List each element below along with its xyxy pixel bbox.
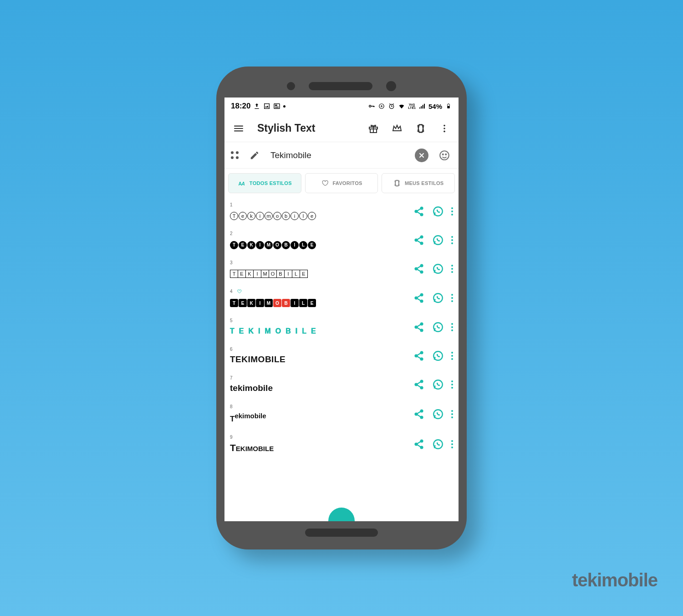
clock: 18:20 <box>231 102 250 111</box>
style-actions <box>413 408 453 420</box>
whatsapp-icon[interactable] <box>432 234 444 246</box>
tab-all-label: TODOS ESTILOS <box>250 180 292 186</box>
style-list: 1Tekimobile2TEKIMOBILE3TEKIMOBILE4TEKIMO… <box>224 196 459 460</box>
emoji-icon[interactable] <box>437 148 452 163</box>
svg-point-17 <box>440 151 449 160</box>
style-content: 3TEKIMOBILE <box>230 260 413 278</box>
more-icon[interactable] <box>451 294 453 302</box>
cards-icon[interactable] <box>413 121 428 136</box>
style-item[interactable]: 6TEKIMOBILE <box>230 342 453 371</box>
style-index: 7 <box>230 375 413 380</box>
svg-point-15 <box>443 128 445 129</box>
hamburger-menu-icon[interactable] <box>231 121 246 136</box>
share-icon[interactable] <box>413 438 425 450</box>
drag-handle-icon[interactable] <box>231 151 239 159</box>
style-text: Tekimobile <box>230 412 413 424</box>
style-item[interactable]: 9Tekimobile <box>230 430 453 460</box>
share-icon[interactable] <box>413 205 425 217</box>
style-item[interactable]: 5TEKIMOBILE <box>230 313 453 342</box>
svg-rect-1 <box>275 105 277 106</box>
share-icon[interactable] <box>413 408 425 420</box>
style-item[interactable]: 7tekimobile <box>230 371 453 400</box>
more-icon[interactable] <box>451 207 453 216</box>
gift-icon[interactable] <box>366 121 381 136</box>
more-icon[interactable] <box>451 410 453 418</box>
battery-text: 54% <box>428 103 442 110</box>
whatsapp-icon[interactable] <box>432 408 444 420</box>
style-item[interactable]: 8Tekimobile <box>230 400 453 430</box>
svg-rect-23 <box>395 180 399 186</box>
share-icon[interactable] <box>413 263 425 275</box>
style-item[interactable]: 1Tekimobile <box>230 198 453 226</box>
svg-point-19 <box>445 154 446 154</box>
text-input-wrap[interactable] <box>270 150 407 160</box>
svg-point-18 <box>443 154 443 154</box>
style-content: 4TEKIMOBILE <box>230 289 413 308</box>
tabs: AA TODOS ESTILOS FAVORITOS MEUS ESTILOS <box>224 169 459 196</box>
style-text: TEKIMOBILE <box>230 268 413 278</box>
style-item[interactable]: 2TEKIMOBILE <box>230 226 453 256</box>
vpn-key-icon <box>368 103 375 110</box>
more-icon[interactable] <box>451 323 453 331</box>
watermark: tekimobile <box>572 570 658 590</box>
style-item[interactable]: 4TEKIMOBILE <box>230 284 453 314</box>
status-bar: 18:20 <box>224 98 459 115</box>
app-bar: Stylish Text <box>224 115 459 142</box>
edit-pencil-icon[interactable] <box>247 148 262 163</box>
share-icon[interactable] <box>413 292 425 304</box>
svg-point-14 <box>443 124 445 126</box>
style-text: TEKIMOBILE <box>230 297 413 308</box>
style-index: 9 <box>230 435 413 440</box>
whatsapp-icon[interactable] <box>432 350 444 362</box>
fab-button[interactable] <box>328 508 355 521</box>
whatsapp-icon[interactable] <box>432 292 444 304</box>
style-actions <box>413 234 453 246</box>
tab-favorites[interactable]: FAVORITOS <box>305 173 378 193</box>
phone-frame: 18:20 <box>216 67 467 549</box>
share-icon[interactable] <box>413 234 425 246</box>
style-content: 6TEKIMOBILE <box>230 347 413 364</box>
whatsapp-icon[interactable] <box>432 438 444 450</box>
tab-mine-label: MEUS ESTILOS <box>405 180 444 186</box>
share-icon[interactable] <box>413 350 425 362</box>
home-button <box>305 529 378 537</box>
style-item[interactable]: 3TEKIMOBILE <box>230 256 453 284</box>
tab-my-styles[interactable]: MEUS ESTILOS <box>382 173 455 193</box>
whatsapp-icon[interactable] <box>432 379 444 390</box>
svg-rect-13 <box>418 124 423 133</box>
whatsapp-icon[interactable] <box>432 321 444 333</box>
data-saver-icon <box>378 103 385 110</box>
style-index: 5 <box>230 318 413 323</box>
text-input[interactable] <box>270 150 378 160</box>
more-icon[interactable] <box>451 236 453 244</box>
overflow-menu-icon[interactable] <box>437 121 452 136</box>
style-text: TEKIMOBILE <box>230 354 413 364</box>
more-icon[interactable] <box>451 380 453 389</box>
style-index: 4 <box>230 289 413 294</box>
screen: 18:20 <box>224 98 459 521</box>
style-actions <box>413 205 453 217</box>
more-icon[interactable] <box>451 352 453 360</box>
share-icon[interactable] <box>413 321 425 333</box>
style-content: 9Tekimobile <box>230 435 413 453</box>
whatsapp-icon[interactable] <box>432 205 444 217</box>
style-index: 1 <box>230 202 413 207</box>
share-icon[interactable] <box>413 379 425 390</box>
signal-icon <box>418 103 426 110</box>
style-text: TEKIMOBILE <box>230 326 413 336</box>
whatsapp-icon[interactable] <box>432 263 444 275</box>
clear-input-icon[interactable] <box>415 149 428 162</box>
status-left: 18:20 <box>231 102 285 111</box>
style-content: 1Tekimobile <box>230 202 413 220</box>
phone-bottom-hardware <box>224 521 459 544</box>
svg-rect-8 <box>448 104 449 104</box>
style-content: 5TEKIMOBILE <box>230 318 413 336</box>
tab-all-styles[interactable]: AA TODOS ESTILOS <box>228 173 301 193</box>
wifi-icon <box>398 103 405 110</box>
crown-icon[interactable] <box>389 121 405 136</box>
more-icon[interactable] <box>451 265 453 273</box>
style-index: 8 <box>230 404 413 409</box>
more-icon[interactable] <box>451 440 453 448</box>
image-icon <box>263 103 270 110</box>
svg-rect-9 <box>448 106 449 108</box>
